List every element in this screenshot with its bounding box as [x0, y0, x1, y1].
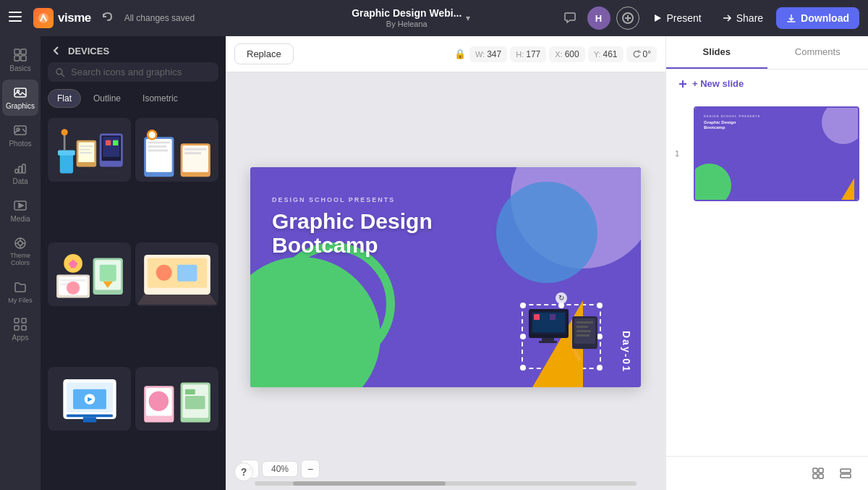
- document-title[interactable]: Graphic Design Webi... By Heleana: [352, 7, 461, 29]
- present-button[interactable]: Present: [645, 8, 709, 28]
- title-area: Graphic Design Webi... By Heleana ▾: [271, 7, 551, 29]
- svg-rect-76: [82, 417, 95, 422]
- download-label: Download: [801, 12, 849, 24]
- svg-rect-97: [576, 334, 590, 337]
- svg-rect-75: [66, 414, 112, 417]
- sidebar-item-data[interactable]: Data: [2, 155, 38, 191]
- title-chevron[interactable]: ▾: [466, 13, 470, 23]
- tab-comments[interactable]: Comments: [767, 36, 869, 69]
- logo[interactable]: visme: [33, 8, 91, 28]
- filter-outline[interactable]: Outline: [84, 89, 130, 108]
- svg-rect-43: [113, 140, 118, 145]
- list-view-button[interactable]: [835, 462, 856, 484]
- svg-rect-115: [841, 469, 851, 473]
- sidebar-label-graphics: Graphics: [6, 102, 35, 110]
- slides-list: 1 DESIGN SCHOOL PRESENTS Graphic Design …: [666, 98, 868, 456]
- svg-rect-87: [534, 314, 540, 320]
- slide-thumbnail-1[interactable]: DESIGN SCHOOL PRESENTS Graphic Design Bo…: [694, 106, 859, 201]
- svg-rect-1: [9, 16, 22, 17]
- sidebar-label-my-files: My Files: [8, 297, 33, 304]
- lock-icon[interactable]: 🔒: [454, 48, 467, 61]
- new-slide-button[interactable]: + New slide: [666, 69, 868, 98]
- svg-rect-26: [14, 326, 19, 330]
- circle-blue: [496, 182, 597, 283]
- search-icon: [55, 67, 65, 77]
- graphics-grid: [41, 115, 226, 490]
- search-input[interactable]: [71, 67, 211, 77]
- graphic-item-1[interactable]: [48, 118, 131, 182]
- filter-flat[interactable]: Flat: [48, 89, 81, 108]
- svg-rect-12: [21, 56, 26, 61]
- graphic-item-5[interactable]: [48, 367, 131, 431]
- sidebar-item-basics[interactable]: Basics: [2, 42, 38, 78]
- height-value: 177: [526, 49, 540, 59]
- slide-number-1: 1: [675, 149, 686, 158]
- sidebar-label-apps: Apps: [12, 334, 29, 342]
- y-prop: Y: 461: [588, 46, 624, 62]
- download-button[interactable]: Download: [776, 7, 859, 29]
- menu-icon[interactable]: [9, 10, 22, 27]
- device-graphic[interactable]: [525, 305, 601, 367]
- sidebar-label-photos: Photos: [9, 140, 31, 148]
- svg-rect-88: [542, 314, 548, 320]
- zoom-value[interactable]: 40%: [262, 461, 298, 477]
- svg-rect-53: [184, 148, 206, 150]
- svg-rect-111: [813, 468, 817, 473]
- sidebar-label-theme-colors: Theme Colors: [5, 253, 35, 267]
- sidebar-item-apps[interactable]: Apps: [2, 311, 38, 347]
- sidebar-item-graphics[interactable]: Graphics: [2, 80, 38, 116]
- svg-rect-89: [550, 314, 556, 320]
- share-button[interactable]: Share: [715, 8, 770, 28]
- graphic-item-6[interactable]: [135, 367, 218, 431]
- replace-button[interactable]: Replace: [234, 43, 294, 64]
- panel-back-button[interactable]: DEVICES: [41, 36, 226, 62]
- sidebar-item-my-files[interactable]: My Files: [2, 274, 38, 310]
- share-label: Share: [736, 12, 763, 24]
- filter-isometric[interactable]: Isometric: [133, 89, 187, 108]
- svg-marker-7: [655, 14, 661, 22]
- svg-rect-17: [15, 169, 18, 173]
- svg-rect-18: [19, 166, 22, 173]
- properties-group: 🔒 W: 347 H: 177 X: 600 Y: 461: [454, 46, 657, 62]
- svg-rect-112: [819, 468, 823, 473]
- svg-rect-0: [9, 12, 22, 13]
- svg-rect-37: [80, 148, 90, 150]
- svg-rect-38: [80, 152, 92, 153]
- add-collaborator-button[interactable]: [616, 7, 639, 30]
- svg-rect-24: [14, 318, 19, 323]
- svg-rect-25: [22, 318, 26, 323]
- main-area: Basics Graphics Photos Data Media Theme …: [0, 36, 868, 490]
- zoom-out-button[interactable]: −: [301, 460, 320, 478]
- svg-rect-42: [106, 140, 111, 145]
- tab-slides[interactable]: Slides: [666, 36, 767, 69]
- svg-rect-116: [841, 474, 851, 478]
- search-bar[interactable]: [48, 62, 218, 82]
- graphic-item-2[interactable]: [135, 118, 218, 182]
- undo-button[interactable]: [101, 10, 114, 26]
- sidebar-item-theme-colors[interactable]: Theme Colors: [2, 230, 38, 273]
- present-label: Present: [667, 12, 702, 24]
- topbar-right: H Present Share Download: [558, 7, 860, 30]
- comments-icon[interactable]: [558, 7, 582, 30]
- user-avatar[interactable]: H: [587, 7, 610, 30]
- saved-status: All changes saved: [124, 13, 264, 23]
- svg-rect-48: [148, 149, 168, 151]
- graphic-item-4[interactable]: [135, 242, 218, 306]
- canvas-wrapper[interactable]: DESIGN SCHOOL PRESENTS Graphic Design Bo…: [226, 72, 665, 481]
- filter-tabs: Flat Outline Isometric: [41, 89, 226, 115]
- svg-rect-54: [184, 152, 201, 154]
- sidebar-item-photos[interactable]: Photos: [2, 117, 38, 153]
- svg-rect-27: [22, 326, 26, 330]
- svg-rect-90: [542, 338, 554, 341]
- svg-rect-11: [14, 56, 20, 61]
- graphic-item-3[interactable]: [48, 242, 131, 306]
- sidebar-item-media[interactable]: Media: [2, 193, 38, 229]
- grid-view-button[interactable]: [807, 462, 829, 484]
- sidebar-label-media: Media: [10, 215, 30, 223]
- slide-canvas[interactable]: DESIGN SCHOOL PRESENTS Graphic Design Bo…: [250, 167, 641, 387]
- new-slide-label: + New slide: [692, 78, 744, 89]
- circle-green-ring: [272, 242, 395, 366]
- help-button[interactable]: ?: [234, 462, 253, 481]
- title-subtitle: By Heleana: [386, 20, 427, 29]
- canvas-scrollbar[interactable]: [255, 481, 637, 486]
